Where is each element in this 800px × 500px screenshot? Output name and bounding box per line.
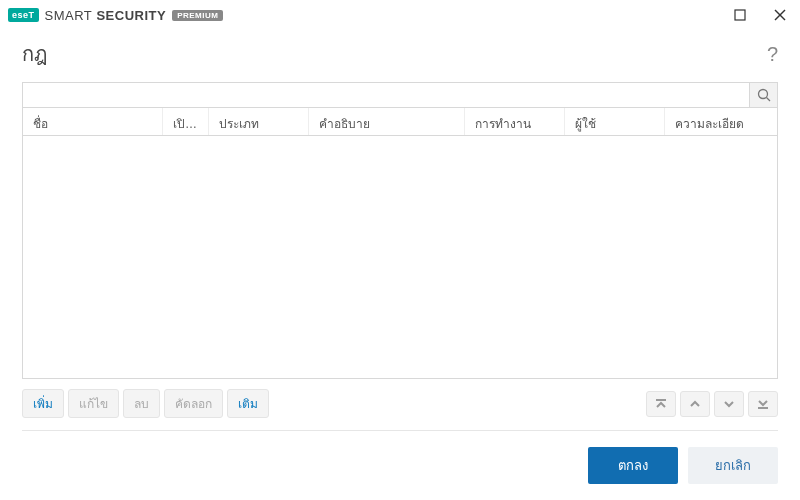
product-name: SMART SECURITY [45,8,167,23]
col-details[interactable]: ความละเอียด [665,108,777,135]
page-title: กฎ [22,38,47,70]
move-top-button[interactable] [646,391,676,417]
col-user[interactable]: ผู้ใช้ [565,108,665,135]
cancel-button[interactable]: ยกเลิก [688,447,778,484]
premium-badge: PREMIUM [172,10,223,21]
table-header: ชื่อ เปิดใ... ประเภท คำอธิบาย การทำงาน ผ… [22,108,778,136]
toolbar: เพิ่ม แก้ไข ลบ คัดลอก เติม [22,379,778,424]
col-enabled[interactable]: เปิดใ... [163,108,209,135]
help-icon: ? [767,43,778,65]
search-button[interactable] [749,83,777,107]
col-type[interactable]: ประเภท [209,108,309,135]
chevron-top-icon [654,397,668,411]
titlebar: eseT SMART SECURITY PREMIUM [0,0,800,30]
maximize-button[interactable] [720,0,760,30]
col-name[interactable]: ชื่อ [23,108,163,135]
header: กฎ ? [0,30,800,82]
search-icon [757,88,771,102]
edit-button[interactable]: แก้ไข [68,389,119,418]
logo-badge: eseT [8,8,39,22]
maximize-icon [734,9,746,21]
chevron-bottom-icon [756,397,770,411]
copy-button[interactable]: คัดลอก [164,389,223,418]
window-controls [720,0,800,30]
col-description[interactable]: คำอธิบาย [309,108,465,135]
chevron-down-icon [722,397,736,411]
footer: ตกลง ยกเลิก [0,431,800,500]
close-icon [774,9,786,21]
add-button[interactable]: เพิ่ม [22,389,64,418]
close-button[interactable] [760,0,800,30]
ok-button[interactable]: ตกลง [588,447,678,484]
move-bottom-button[interactable] [748,391,778,417]
svg-line-4 [766,98,770,102]
svg-rect-0 [735,10,745,20]
content: ชื่อ เปิดใ... ประเภท คำอธิบาย การทำงาน ผ… [0,82,800,431]
svg-point-3 [758,90,767,99]
move-up-button[interactable] [680,391,710,417]
move-down-button[interactable] [714,391,744,417]
more-button[interactable]: เติม [227,389,269,418]
col-action[interactable]: การทำงาน [465,108,565,135]
search-row [22,82,778,108]
chevron-up-icon [688,397,702,411]
search-input[interactable] [23,83,749,107]
table-body [22,136,778,379]
help-button[interactable]: ? [767,43,778,66]
delete-button[interactable]: ลบ [123,389,160,418]
